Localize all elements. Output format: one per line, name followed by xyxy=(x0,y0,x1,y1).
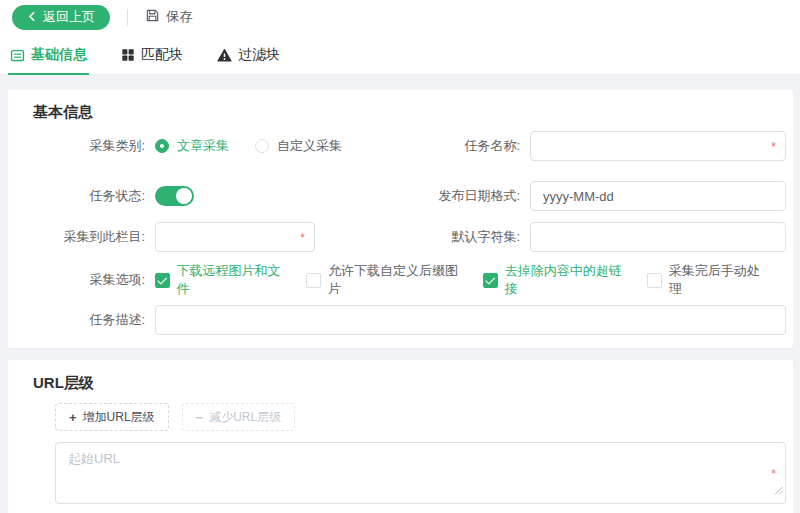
description-input[interactable] xyxy=(155,305,786,335)
checkbox-manual-process-after[interactable]: 采集完后手动处理 xyxy=(647,262,769,298)
field-task-name: 任务名称: * xyxy=(395,131,786,161)
radio-article-collect-label: 文章采集 xyxy=(177,137,229,155)
tab-filter-block[interactable]: 过滤块 xyxy=(215,46,282,74)
save-button[interactable]: 保存 xyxy=(145,8,193,26)
form-lines-icon xyxy=(10,48,25,63)
remove-url-level-label: 减少URL层级 xyxy=(209,409,281,426)
radio-selected-icon xyxy=(155,139,169,153)
checkbox-unchecked-icon xyxy=(306,273,321,288)
category-label: 采集类别: xyxy=(33,137,155,155)
task-name-input[interactable] xyxy=(530,131,786,161)
field-status: 任务状态: xyxy=(33,186,395,206)
remove-url-level-button[interactable]: − 减少URL层级 xyxy=(182,403,296,431)
tab-match-block[interactable]: 匹配块 xyxy=(119,46,185,74)
form-row-category-taskname: 采集类别: 文章采集 自定义采集 任务名称: * xyxy=(33,131,786,161)
basic-info-card: 基本信息 采集类别: 文章采集 自定义采集 任务名称: xyxy=(8,90,793,348)
tab-basic-info-label: 基础信息 xyxy=(31,46,87,64)
url-level-title: URL层级 xyxy=(33,374,786,392)
charset-input[interactable] xyxy=(530,222,786,252)
tab-basic-info[interactable]: 基础信息 xyxy=(8,46,89,74)
description-label: 任务描述: xyxy=(33,311,155,329)
radio-unselected-icon xyxy=(255,139,269,153)
column-input[interactable] xyxy=(155,222,315,252)
form-row-description: 任务描述: xyxy=(33,305,786,335)
field-date-format: 发布日期格式: xyxy=(395,181,786,211)
required-asterisk: * xyxy=(771,141,776,153)
minus-icon: − xyxy=(196,410,204,425)
checkbox-remove-hyperlinks[interactable]: 去掉除内容中的超链接 xyxy=(483,262,630,298)
start-url-field: * xyxy=(55,442,786,504)
toolbar-divider xyxy=(127,9,128,26)
checkbox-manual-process-after-label: 采集完后手动处理 xyxy=(669,262,769,298)
warning-triangle-icon xyxy=(217,48,232,63)
tab-match-block-label: 匹配块 xyxy=(141,46,183,64)
checkbox-remove-hyperlinks-label: 去掉除内容中的超链接 xyxy=(505,262,630,298)
url-level-card: URL层级 + 增加URL层级 − 减少URL层级 * xyxy=(8,360,793,513)
save-icon xyxy=(145,8,160,26)
back-button[interactable]: 返回上页 xyxy=(12,5,110,30)
url-level-buttons: + 增加URL层级 − 减少URL层级 xyxy=(55,403,786,431)
add-url-level-label: 增加URL层级 xyxy=(83,409,155,426)
resize-grip-icon[interactable] xyxy=(774,481,783,499)
page-body: 基本信息 采集类别: 文章采集 自定义采集 任务名称: xyxy=(0,75,800,513)
field-charset: 默认字符集: xyxy=(395,222,786,252)
checkbox-download-remote-images-label: 下载远程图片和文件 xyxy=(177,262,290,298)
options-checkbox-group: 下载远程图片和文件 允许下载自定义后缀图片 去掉除内容中的超链接 采集完后手动处… xyxy=(155,262,786,298)
column-label: 采集到此栏目: xyxy=(33,228,155,246)
tab-filter-block-label: 过滤块 xyxy=(238,46,280,64)
checkbox-download-remote-images[interactable]: 下载远程图片和文件 xyxy=(155,262,289,298)
task-name-label: 任务名称: xyxy=(395,137,530,155)
options-label: 采集选项: xyxy=(33,271,155,289)
checkbox-allow-custom-suffix-images[interactable]: 允许下载自定义后缀图片 xyxy=(306,262,466,298)
back-button-label: 返回上页 xyxy=(43,8,95,26)
status-label: 任务状态: xyxy=(33,187,155,205)
radio-article-collect[interactable]: 文章采集 xyxy=(155,137,229,155)
category-radio-group: 文章采集 自定义采集 xyxy=(155,137,368,155)
checkbox-checked-icon xyxy=(155,273,170,288)
toolbar: 返回上页 保存 xyxy=(0,0,800,34)
field-category: 采集类别: 文章采集 自定义采集 xyxy=(33,137,395,155)
field-column: 采集到此栏目: * xyxy=(33,222,395,252)
form-row-options: 采集选项: 下载远程图片和文件 允许下载自定义后缀图片 去掉除内容中的超链接 采… xyxy=(33,265,786,295)
task-status-toggle[interactable] xyxy=(155,186,194,206)
checkbox-allow-custom-suffix-images-label: 允许下载自定义后缀图片 xyxy=(328,262,466,298)
date-format-input[interactable] xyxy=(530,181,786,211)
charset-label: 默认字符集: xyxy=(395,228,530,246)
radio-custom-collect[interactable]: 自定义采集 xyxy=(255,137,342,155)
date-format-label: 发布日期格式: xyxy=(395,187,530,205)
tab-bar: 基础信息 匹配块 过滤块 xyxy=(0,34,800,75)
radio-custom-collect-label: 自定义采集 xyxy=(277,137,342,155)
required-asterisk: * xyxy=(300,232,305,244)
basic-info-title: 基本信息 xyxy=(33,103,786,121)
checkbox-unchecked-icon xyxy=(647,273,662,288)
plus-icon: + xyxy=(69,410,77,425)
grid-icon xyxy=(121,48,135,62)
checkbox-checked-icon xyxy=(483,273,498,288)
form-row-status-dateformat: 任务状态: 发布日期格式: xyxy=(33,181,786,211)
save-button-label: 保存 xyxy=(166,8,193,26)
chevron-left-icon xyxy=(27,10,37,25)
start-url-textarea[interactable] xyxy=(55,442,786,504)
form-row-column-charset: 采集到此栏目: * 默认字符集: xyxy=(33,222,786,252)
required-asterisk: * xyxy=(771,468,776,480)
add-url-level-button[interactable]: + 增加URL层级 xyxy=(55,403,169,431)
